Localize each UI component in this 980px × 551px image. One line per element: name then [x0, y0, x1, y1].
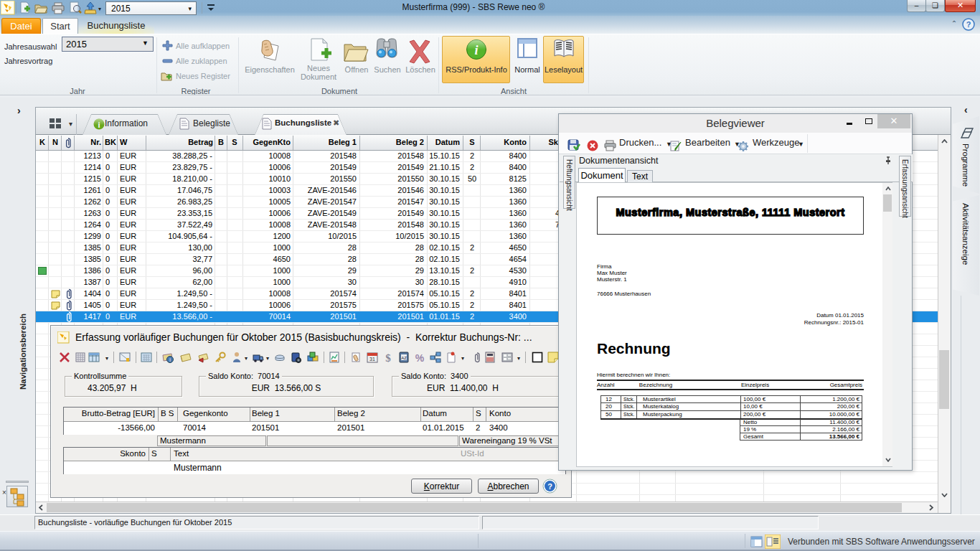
- svg-text:$: $: [385, 352, 391, 363]
- svg-text:?: ?: [547, 482, 552, 491]
- svg-text:%: %: [415, 352, 425, 364]
- svg-text:i: i: [474, 43, 478, 57]
- svg-text:31: 31: [369, 357, 375, 362]
- svg-text:?: ?: [966, 20, 971, 29]
- svg-text:AZ: AZ: [401, 356, 407, 360]
